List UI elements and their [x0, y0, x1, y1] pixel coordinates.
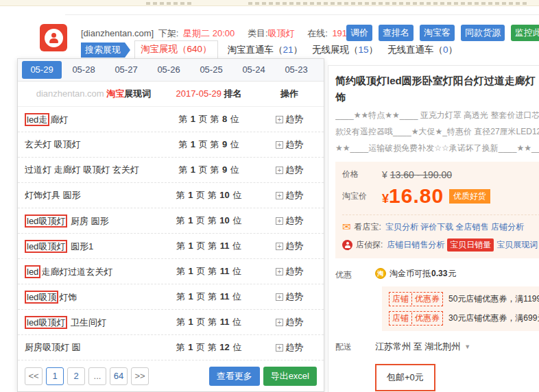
table-row: led吸顶灯饰 第 1 页 第 11 位 +趋势	[18, 284, 324, 310]
shop-daily-sales-link[interactable]: 店铺日销售分析	[387, 239, 444, 251]
item-keyword-link[interactable]: 宝贝展现词	[496, 239, 538, 251]
table-header: dianzhentan.com 淘宝展现词 2017-05-29 排名 操作	[18, 82, 324, 107]
pagination: << 1 2 ... 64 >> 查看更多 导出excel	[18, 360, 324, 386]
shipping-route[interactable]: 江苏常州 至 湖北荆州	[375, 341, 460, 353]
adjust-price-button[interactable]: 调价	[346, 25, 372, 41]
rank-cell: 第 1 页 第 11 位	[163, 240, 255, 252]
tab-wireless-display[interactable]: 无线展现（15）	[312, 44, 378, 56]
rank-cell: 第 1 页 第 11 位	[163, 316, 255, 328]
free-shipping-option[interactable]: 包邮+0元	[375, 364, 435, 391]
trend-link[interactable]: +趋势	[276, 215, 303, 227]
category-value: 吸顶灯	[268, 28, 295, 38]
plus-icon: +	[276, 293, 283, 301]
rank-cell: 第 1 页 第 10 位	[163, 189, 255, 201]
plus-icon: +	[276, 141, 283, 149]
trend-link[interactable]: +趋势	[276, 240, 303, 252]
trend-link[interactable]: +趋势	[276, 189, 303, 201]
price-box: 价格 ¥ 13.60 - 190.00 淘宝价 ¥16.80 优质好货 ✉ 看店…	[335, 162, 539, 258]
detective-mini-icon	[342, 240, 352, 250]
online-count: 191	[332, 28, 347, 38]
promo-label: 优惠	[335, 268, 375, 281]
plus-icon: +	[276, 217, 283, 225]
dianzhentan-logo	[40, 24, 67, 51]
keyword-cell: led吸顶灯饰	[18, 291, 163, 304]
detective-icon	[45, 29, 63, 47]
rank-cell: 第 1 页 第 8 位	[163, 113, 255, 125]
table-row: 灯饰灯具 圆形 第 1 页 第 10 位 +趋势	[18, 183, 324, 208]
product-panel: 简约吸顶灯led圆形卧室灯阳台灯过道走廊灯饰 ____★★特点★★____ 亚克…	[328, 65, 539, 392]
keyword-rank-popup: 05-29 05-28 05-27 05-26 05-25 05-24 05-2…	[17, 58, 324, 392]
keyword-cell: led吸顶灯 厨房 圆形	[18, 215, 163, 228]
chevron-down-icon[interactable]: ▼	[464, 343, 470, 350]
rank-cell: 第 1 页 第 11 位	[163, 291, 255, 303]
highlight-box: led	[25, 265, 40, 278]
shipping-row: 配送 江苏常州 至 湖北荆州 ▼	[335, 341, 539, 353]
highlight-box: led吸顶灯	[25, 316, 67, 329]
check-rank-button[interactable]: 查排名	[379, 25, 414, 41]
trend-link[interactable]: +趋势	[276, 164, 303, 176]
divider	[65, 14, 539, 15]
item-daily-sales-badge[interactable]: 宝贝日销量	[447, 238, 494, 252]
next-page-button[interactable]: >>	[131, 367, 149, 385]
date-tab-05-25[interactable]: 05-25	[191, 61, 232, 79]
taobao-coin-icon: 淘	[375, 268, 386, 279]
view-more-button[interactable]: 查看更多	[209, 367, 260, 386]
table-row: led走廊灯过道玄关灯 第 1 页 第 11 位 +趋势	[18, 259, 324, 284]
highlight-box: led吸顶灯	[25, 240, 67, 253]
highlight-box: led走	[25, 113, 49, 126]
trend-link[interactable]: +趋势	[276, 113, 303, 125]
date-tab-05-26[interactable]: 05-26	[148, 61, 189, 79]
plus-icon: +	[276, 192, 283, 199]
display-tabs: 淘宝展现（640） 淘宝直通车（21） 无线展现（15） 无线直通车（0）	[134, 41, 457, 58]
tab-search-display[interactable]: 搜索展现	[81, 42, 125, 58]
tab-taobao-ztc[interactable]: 淘宝直通车（21）	[228, 44, 303, 56]
keyword-cell: led走廊灯过道玄关灯	[18, 265, 163, 278]
shop-coupon-badge: 店铺优惠券	[389, 311, 443, 326]
online-label: 在线:	[307, 28, 328, 38]
table-row: 厨房吸顶灯 圆 第 1 页 第 12 位 +趋势	[18, 335, 324, 360]
plus-icon: +	[276, 344, 283, 352]
promo-row: 优惠 淘 淘金币可抵0.33元	[335, 268, 539, 281]
monitor-shop-button[interactable]: 监控此店铺	[511, 25, 539, 41]
page-1-button[interactable]: 1	[46, 367, 64, 385]
dianzhentan-row: 店侦探: 店铺日销售分析 宝贝日销量 宝贝展现词	[342, 238, 539, 252]
plus-icon: +	[276, 116, 283, 123]
trend-link[interactable]: +趋势	[276, 341, 303, 354]
shop-info-bar: [dianzhentan.com] 下架: 星期二 20:00 类目:吸顶灯 在…	[81, 27, 358, 40]
kandianbao-links[interactable]: 宝贝分析 评价下载 全店销售 店铺分析	[385, 221, 524, 233]
coupon-text: 50元店铺优惠券，满1199元可用	[448, 293, 539, 305]
tab-taobao-display[interactable]: 淘宝展现（640）	[134, 40, 218, 59]
dianzhentan-label: 店侦探:	[356, 239, 383, 251]
tab-wireless-ztc[interactable]: 无线直通车（0）	[387, 44, 457, 56]
date-tab-05-29[interactable]: 05-29	[22, 61, 62, 79]
prev-page-button[interactable]: <<	[25, 367, 43, 385]
trend-link[interactable]: +趋势	[276, 265, 303, 278]
rank-cell: 第 1 页 第 9 位	[163, 164, 255, 176]
rank-cell: 第 1 页 第 9 位	[163, 138, 255, 151]
keyword-cell: 厨房吸顶灯 圆	[18, 341, 163, 354]
trend-link[interactable]: +趋势	[276, 138, 303, 151]
date-tab-05-28[interactable]: 05-28	[63, 61, 104, 79]
top-strip-text-fragment	[146, 2, 194, 5]
same-goods-button[interactable]: 同款货源	[461, 25, 505, 41]
date-tab-05-27[interactable]: 05-27	[106, 61, 147, 79]
taobaoke-button[interactable]: 淘宝客	[420, 25, 455, 41]
plus-icon: +	[276, 319, 283, 326]
trend-link[interactable]: +趋势	[276, 291, 303, 303]
price-label: 价格	[342, 169, 382, 180]
rank-cell: 第 1 页 第 10 位	[163, 215, 255, 227]
table-row: led吸顶灯 卫生间灯 第 1 页 第 11 位 +趋势	[18, 310, 324, 335]
kandianbao-label: 看店宝:	[355, 221, 381, 233]
action-column-header: 操作	[255, 88, 324, 100]
browser-top-strip	[0, 0, 539, 6]
trend-link[interactable]: +趋势	[276, 316, 303, 328]
page-64-button[interactable]: 64	[110, 367, 128, 385]
export-excel-button[interactable]: 导出excel	[263, 367, 317, 386]
product-title: 简约吸顶灯led圆形卧室灯阳台灯过道走廊灯饰	[335, 73, 539, 106]
highlight-box: led吸顶灯	[25, 215, 67, 228]
page-ellipsis[interactable]: ...	[88, 367, 106, 385]
page-2-button[interactable]: 2	[67, 367, 85, 385]
date-tab-05-24[interactable]: 05-24	[233, 61, 274, 79]
date-tab-05-23[interactable]: 05-23	[276, 61, 317, 79]
keyword-cell: led吸顶灯 卫生间灯	[18, 316, 163, 329]
